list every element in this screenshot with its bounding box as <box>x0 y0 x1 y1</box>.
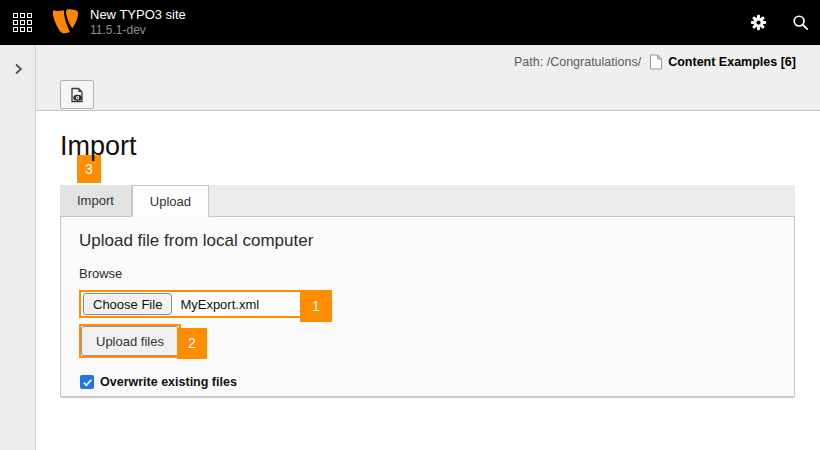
annotation-badge-1: 1 <box>300 290 332 322</box>
typo3-logo[interactable] <box>52 8 80 38</box>
chevron-right-icon <box>14 63 23 75</box>
file-upload-input[interactable]: Choose File MyExport.xml 1 <box>79 290 308 318</box>
page-title: Import <box>60 131 137 162</box>
view-webpage-icon <box>69 87 85 103</box>
docheader: Path: /Congratulations/ Content Examples… <box>36 45 820 111</box>
view-webpage-button[interactable] <box>60 80 94 109</box>
module-content: Import 3 Import Upload Upload file from … <box>36 111 820 450</box>
tab-upload[interactable]: Upload <box>132 185 209 217</box>
overwrite-checkbox[interactable] <box>80 375 94 389</box>
overwrite-checkbox-row: Overwrite existing files <box>80 375 776 389</box>
search-button[interactable] <box>780 0 820 45</box>
overwrite-checkbox-label: Overwrite existing files <box>100 375 237 389</box>
breadcrumb-path: Path: /Congratulations/ <box>514 55 641 69</box>
selected-file-name: MyExport.xml <box>180 297 259 312</box>
document-icon <box>649 54 663 70</box>
site-version: 11.5.1-dev <box>90 24 186 37</box>
tab-bar: Import Upload <box>60 185 795 217</box>
tab-import[interactable]: Import <box>60 185 132 217</box>
module-menu-button[interactable] <box>2 0 42 45</box>
topbar: New TYPO3 site 11.5.1-dev <box>0 0 820 45</box>
breadcrumb: Path: /Congratulations/ Content Examples… <box>514 45 796 79</box>
docheader-buttons <box>60 78 94 111</box>
gear-icon <box>750 14 767 31</box>
browse-label: Browse <box>79 266 776 281</box>
module-sidebar <box>0 45 36 450</box>
upload-tab-panel: Upload file from local computer Browse C… <box>60 217 795 397</box>
checkmark-icon <box>82 377 93 388</box>
panel-title: Upload file from local computer <box>79 231 776 251</box>
site-title: New TYPO3 site <box>90 8 186 22</box>
tab-upload-label: Upload <box>150 194 191 209</box>
breadcrumb-page-title: Content Examples [6] <box>668 55 796 69</box>
annotation-badge-2: 2 <box>177 328 207 359</box>
choose-file-button[interactable]: Choose File <box>83 293 172 315</box>
tab-import-label: Import <box>77 193 114 208</box>
search-icon <box>792 14 809 31</box>
app-grid-icon <box>13 13 32 32</box>
upload-files-button[interactable]: Upload files <box>81 326 179 356</box>
sidebar-expand-button[interactable] <box>0 53 36 85</box>
settings-button[interactable] <box>738 0 778 45</box>
topbar-tools <box>738 0 820 45</box>
site-title-block: New TYPO3 site 11.5.1-dev <box>90 8 186 37</box>
upload-button-highlight: Upload files 2 <box>79 324 181 358</box>
